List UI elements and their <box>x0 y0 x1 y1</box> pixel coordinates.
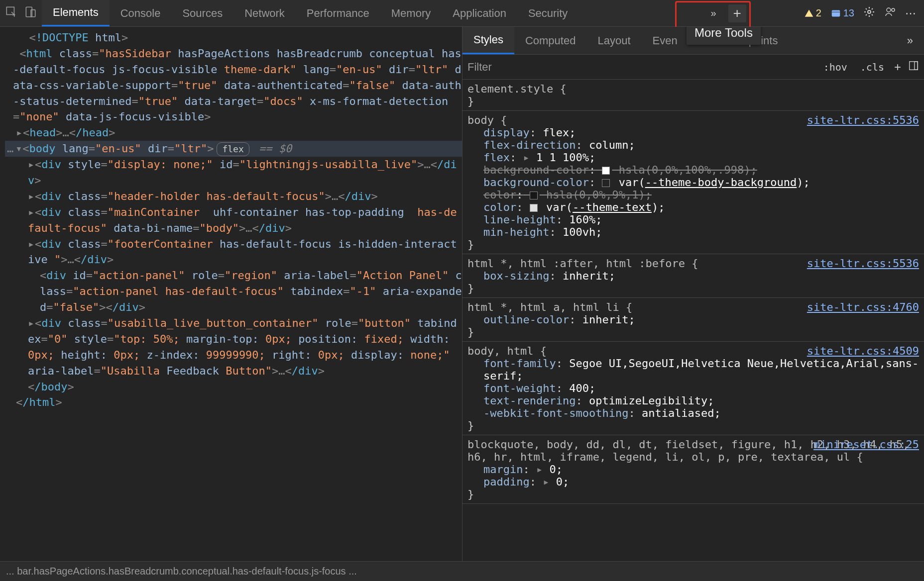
dom-head[interactable]: ▸<head>…</head> <box>5 125 462 141</box>
tab-performance[interactable]: Performance <box>296 0 380 26</box>
inspect-icon[interactable] <box>5 5 18 21</box>
dom-div[interactable]: ▸<div class="mainContainer uhf-container… <box>5 204 462 236</box>
svg-point-6 <box>892 8 895 11</box>
svg-point-5 <box>887 8 891 12</box>
tab-sources[interactable]: Sources <box>171 0 233 26</box>
declaration[interactable]: color: hsla(0,0%,9%,1); <box>467 189 919 201</box>
cls-button[interactable]: .cls <box>857 59 887 75</box>
rule-source-link[interactable]: site-ltr.css:5536 <box>807 257 919 270</box>
declaration[interactable]: font-weight: 400; <box>467 382 919 394</box>
dom-div[interactable]: <div id="action-panel" role="region" ari… <box>5 268 462 315</box>
brace: } <box>467 419 919 432</box>
tab-memory[interactable]: Memory <box>380 0 442 26</box>
declaration[interactable]: flex: ▸ 1 1 100%; <box>467 151 919 164</box>
dom-body-close[interactable]: </body> <box>5 379 462 395</box>
svg-rect-2 <box>31 10 35 17</box>
warnings-count: 2 <box>816 7 821 19</box>
tab-application[interactable]: Application <box>442 0 517 26</box>
rule-source-link[interactable]: site-ltr.css:4760 <box>807 301 919 313</box>
dom-div[interactable]: ▸<div class="footerContainer has-default… <box>5 236 462 268</box>
css-rule[interactable]: minireset.css:25blockquote, body, dd, dl… <box>462 435 924 504</box>
tab-security[interactable]: Security <box>517 0 578 26</box>
new-style-rule-button[interactable]: + <box>894 60 901 74</box>
css-rule[interactable]: site-ltr.css:4509body, html {font-family… <box>462 342 924 435</box>
declaration[interactable]: background-color: hsla(0,0%,100%,.998); <box>467 164 919 176</box>
tab-console[interactable]: Console <box>110 0 172 26</box>
computed-sidebar-toggle-icon[interactable] <box>908 60 919 74</box>
brace: } <box>467 238 919 251</box>
declaration[interactable]: background-color: var(--theme-body-backg… <box>467 176 919 189</box>
styles-tabs: More Tools StylesComputedLayoutEvenOM Br… <box>462 27 924 55</box>
styles-filter-input[interactable] <box>467 61 813 74</box>
declaration[interactable]: box-sizing: inherit; <box>467 270 919 282</box>
rule-source-link[interactable]: minireset.css:25 <box>813 438 919 451</box>
declaration[interactable]: display: flex; <box>467 126 919 139</box>
main-toolbar: ElementsConsoleSourcesNetworkPerformance… <box>0 0 924 27</box>
more-tools-tooltip: More Tools <box>687 27 761 45</box>
dom-html-close[interactable]: </html> <box>5 394 462 410</box>
device-toggle-icon[interactable] <box>24 5 37 21</box>
declaration[interactable]: outline-color: inherit; <box>467 313 919 326</box>
svg-rect-8 <box>915 62 918 70</box>
gear-icon[interactable] <box>863 6 875 20</box>
dom-div[interactable]: ▸<div class="usabilla_live_button_contai… <box>5 315 462 379</box>
styles-tab-styles[interactable]: Styles <box>462 27 514 54</box>
css-rule[interactable]: site-ltr.css:5536html *, html :after, ht… <box>462 254 924 298</box>
issues-count: 13 <box>843 7 854 19</box>
breadcrumb[interactable]: ... bar.hasPageActions.hasBreadcrumb.con… <box>0 561 924 581</box>
brace: } <box>467 95 919 107</box>
styles-tab-even[interactable]: Even <box>642 27 689 54</box>
declaration[interactable]: min-height: 100vh; <box>467 226 919 238</box>
highlight-box <box>675 1 751 31</box>
styles-tabs-overflow-icon[interactable]: » <box>901 34 919 47</box>
brace: } <box>467 326 919 338</box>
declaration[interactable]: color: var(--theme-text); <box>467 201 919 213</box>
dom-html-open[interactable]: <html class="hasSidebar hasPageActions h… <box>5 46 462 125</box>
warnings-badge[interactable]: 2 <box>804 7 821 19</box>
styles-tab-layout[interactable]: Layout <box>586 27 641 54</box>
css-rule[interactable]: site-ltr.css:4760html *, html a, html li… <box>462 298 924 342</box>
styles-tab-computed[interactable]: Computed <box>514 27 587 54</box>
declaration[interactable]: flex-direction: column; <box>467 139 919 151</box>
svg-rect-3 <box>832 10 840 16</box>
hov-button[interactable]: :hov <box>820 59 850 75</box>
rule-source-link[interactable]: site-ltr.css:5536 <box>807 114 919 126</box>
issues-badge[interactable]: 13 <box>830 7 854 19</box>
declaration[interactable]: padding: ▸ 0; <box>467 476 919 488</box>
css-rule[interactable]: site-ltr.css:5536body {display: flex;fle… <box>462 111 924 254</box>
styles-rules[interactable]: element.style { } site-ltr.css:5536body … <box>462 80 924 561</box>
rule-source-link[interactable]: site-ltr.css:4509 <box>807 345 919 357</box>
brace: } <box>467 488 919 500</box>
dom-div[interactable]: ▸<div class="header-holder has-default-f… <box>5 189 462 204</box>
selector-text: element.style { <box>467 83 919 95</box>
svg-rect-7 <box>910 62 918 70</box>
styles-filter-bar: :hov .cls + <box>462 55 924 80</box>
account-icon[interactable] <box>884 6 896 20</box>
declaration[interactable]: text-rendering: optimizeLegibility; <box>467 394 919 407</box>
element-style-rule[interactable]: element.style { } <box>462 80 924 111</box>
kebab-menu-icon[interactable]: ⋯ <box>905 7 917 20</box>
dom-body-open[interactable]: …▾<body lang="en-us" dir="ltr">flex == $… <box>5 141 462 157</box>
declaration[interactable]: margin: ▸ 0; <box>467 463 919 476</box>
elements-panel[interactable]: <!DOCTYPE html> <html class="hasSidebar … <box>0 27 462 561</box>
brace: } <box>467 282 919 294</box>
svg-point-4 <box>868 10 871 13</box>
dom-div[interactable]: ▸<div style="display: none;" id="lightni… <box>5 157 462 189</box>
dom-doctype[interactable]: <!DOCTYPE html> <box>5 30 462 46</box>
declaration[interactable]: font-family: Segoe UI,SegoeUI,Helvetica … <box>467 357 919 382</box>
tab-network[interactable]: Network <box>233 0 296 26</box>
declaration[interactable]: line-height: 160%; <box>467 213 919 226</box>
declaration[interactable]: -webkit-font-smoothing: antialiased; <box>467 407 919 419</box>
tab-elements[interactable]: Elements <box>42 0 110 26</box>
